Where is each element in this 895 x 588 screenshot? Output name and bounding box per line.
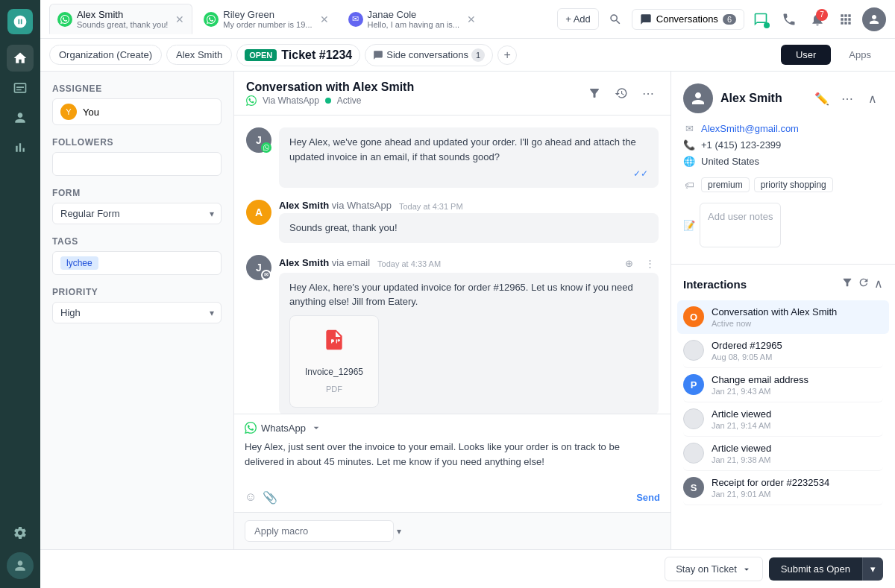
chat-button[interactable] — [749, 7, 773, 31]
content-area: Assignee Y You Followers Form Regular Fo… — [40, 72, 895, 549]
user-notes-input[interactable]: Add user notes — [700, 203, 781, 247]
conversations-button[interactable]: Conversations 6 — [632, 9, 744, 30]
tab-user[interactable]: User — [781, 45, 831, 65]
apps-button[interactable] — [834, 7, 858, 31]
submit-button[interactable]: Submit as Open — [769, 557, 862, 581]
form-selector[interactable]: Regular Form — [52, 203, 222, 224]
edit-user-button[interactable]: ✏️ — [811, 88, 832, 109]
send-button[interactable]: Send — [636, 492, 660, 503]
notifications-button[interactable]: 7 — [806, 7, 829, 31]
sidebar-item-settings[interactable] — [7, 519, 34, 546]
interaction-item-0[interactable]: O Conversation with Alex Smith Active no… — [677, 300, 889, 334]
tab-alex-smith[interactable]: Alex Smith Sounds great, thank you! ✕ — [49, 4, 192, 34]
interaction-item-1[interactable]: Ordered #12965 Aug 08, 9:05 AM — [683, 334, 883, 368]
add-tab-button[interactable]: + — [497, 45, 517, 65]
sidebar-item-tickets[interactable] — [7, 75, 34, 101]
priority-selector[interactable]: Low Normal High Urgent — [52, 302, 222, 323]
attachment-invoice[interactable]: Invoice_12965 PDF — [289, 315, 379, 408]
history-button[interactable] — [611, 83, 632, 104]
conversations-icon — [640, 13, 652, 25]
reply-textarea[interactable]: Hey Alex, just sent over the invoice to … — [245, 440, 660, 484]
user-avatar-button[interactable] — [862, 7, 886, 31]
stay-on-ticket-button[interactable]: Stay on Ticket — [665, 557, 763, 581]
reply-channel-chevron — [310, 422, 322, 434]
tab-sublabel-janae: Hello, I am having an is... — [368, 20, 460, 29]
followers-input[interactable] — [52, 152, 222, 176]
message-content-2: Alex Smith via WhatsApp Today at 4:31 PM… — [279, 200, 659, 243]
message-more-button[interactable]: ⋮ — [641, 255, 659, 273]
add-button[interactable]: + Add — [557, 8, 599, 30]
conversation-title: Conversation with Alex Smith — [246, 80, 414, 94]
sidebar-item-contacts[interactable] — [7, 104, 34, 131]
tab-apps[interactable]: Apps — [834, 45, 886, 65]
status-badge: OPEN — [245, 49, 277, 61]
interaction-icon-2: P — [683, 374, 704, 395]
interaction-item-2[interactable]: P Change email address Jan 21, 9:43 AM — [683, 368, 883, 402]
reply-channel-label: WhatsApp — [261, 423, 306, 434]
more-options-button[interactable]: ⋯ — [638, 83, 659, 104]
collapse-user-button[interactable]: ∧ — [862, 88, 883, 109]
active-dot — [325, 98, 331, 104]
sidebar — [0, 0, 40, 588]
tab-close-riley[interactable]: ✕ — [320, 13, 329, 25]
macro-selector[interactable]: Apply macro — [245, 520, 394, 542]
more-user-button[interactable]: ⋯ — [837, 88, 858, 109]
topbar: Alex Smith Sounds great, thank you! ✕ Ri… — [40, 0, 895, 39]
side-conv-count: 1 — [471, 48, 485, 62]
side-conversations-button[interactable]: Side conversations 1 — [365, 44, 493, 66]
online-indicator — [764, 22, 770, 28]
sidebar-item-user-profile[interactable] — [7, 552, 34, 579]
filter-button[interactable] — [584, 83, 605, 104]
right-panel: Alex Smith ✏️ ⋯ ∧ ✉ AlexSmith@gmail.com … — [671, 72, 895, 549]
interactions-filter-button[interactable] — [841, 276, 853, 291]
interactions-header: Interactions ∧ — [683, 276, 883, 291]
interaction-time-5: Jan 21, 9:01 AM — [712, 490, 883, 499]
search-button[interactable] — [603, 7, 627, 31]
org-create-button[interactable]: Organization (Create) — [49, 45, 162, 65]
assignee-avatar: Y — [60, 104, 77, 120]
interaction-content-5: Receipt for order #2232534 Jan 21, 9:01 … — [712, 477, 883, 499]
tab-name-alex: Alex Smith — [77, 9, 168, 20]
interaction-item-5[interactable]: S Receipt for order #2232534 Jan 21, 9:0… — [683, 471, 883, 505]
emoji-button[interactable]: ☺ — [245, 490, 257, 505]
tab-janae-cole[interactable]: ✉ Janae Cole Hello, I am having an is...… — [340, 4, 485, 34]
contact-name-button[interactable]: Alex Smith — [166, 45, 232, 65]
tab-close-janae[interactable]: ✕ — [467, 13, 476, 25]
macro-bar: Apply macro — [234, 512, 671, 549]
history-icon — [615, 86, 628, 100]
sidebar-item-reports[interactable] — [7, 134, 34, 161]
interactions-refresh-button[interactable] — [858, 276, 870, 291]
subnav: Organization (Create) Alex Smith OPEN Ti… — [40, 39, 895, 72]
tab-riley-green[interactable]: Riley Green My order number is 19... ✕ — [195, 4, 336, 34]
settings-icon — [13, 525, 28, 540]
conversations-label: Conversations — [656, 13, 718, 25]
location-icon: 🌐 — [683, 155, 695, 167]
sidebar-bottom — [7, 519, 34, 579]
alex-avatar-2: A — [246, 200, 271, 225]
filter-icon — [588, 86, 601, 100]
submit-dropdown-button[interactable]: ▾ — [862, 557, 883, 581]
interactions-collapse-button[interactable]: ∧ — [874, 276, 883, 291]
tab-sublabel-alex: Sounds great, thank you! — [77, 20, 168, 29]
ticket-status-button[interactable]: OPEN Ticket #1234 — [236, 44, 360, 66]
user-email[interactable]: AlexSmith@gmail.com — [701, 123, 799, 134]
reply-channel-selector[interactable]: WhatsApp — [245, 422, 660, 434]
middle-panel: Conversation with Alex Smith Via WhatsAp… — [234, 72, 671, 549]
tab-close-alex[interactable]: ✕ — [175, 13, 184, 25]
attachment-button[interactable]: 📎 — [263, 490, 277, 505]
tab-sublabel-riley: My order number is 19... — [223, 20, 312, 29]
conversation-channel: Via WhatsApp — [263, 95, 319, 106]
assignee-selector[interactable]: Y You — [52, 98, 222, 125]
user-location-row: 🌐 United States — [683, 155, 883, 167]
sidebar-item-home[interactable] — [7, 45, 34, 72]
message-tune-button[interactable]: ⊕ — [620, 255, 638, 273]
phone-button[interactable] — [777, 7, 801, 31]
interaction-item-4[interactable]: Article viewed Jan 21, 9:38 AM — [683, 437, 883, 471]
tab-info-alex: Alex Smith Sounds great, thank you! — [77, 9, 168, 29]
user-phone-row: 📞 +1 (415) 123-2399 — [683, 139, 883, 151]
interaction-item-3[interactable]: Article viewed Jan 21, 9:14 AM — [683, 402, 883, 437]
interactions-action-buttons: ∧ — [841, 276, 883, 291]
message-1: J Hey Alex, we've gone ahead and updated… — [246, 127, 659, 188]
tags-input[interactable]: lychee — [52, 251, 222, 275]
sidebar-logo[interactable] — [7, 9, 33, 34]
